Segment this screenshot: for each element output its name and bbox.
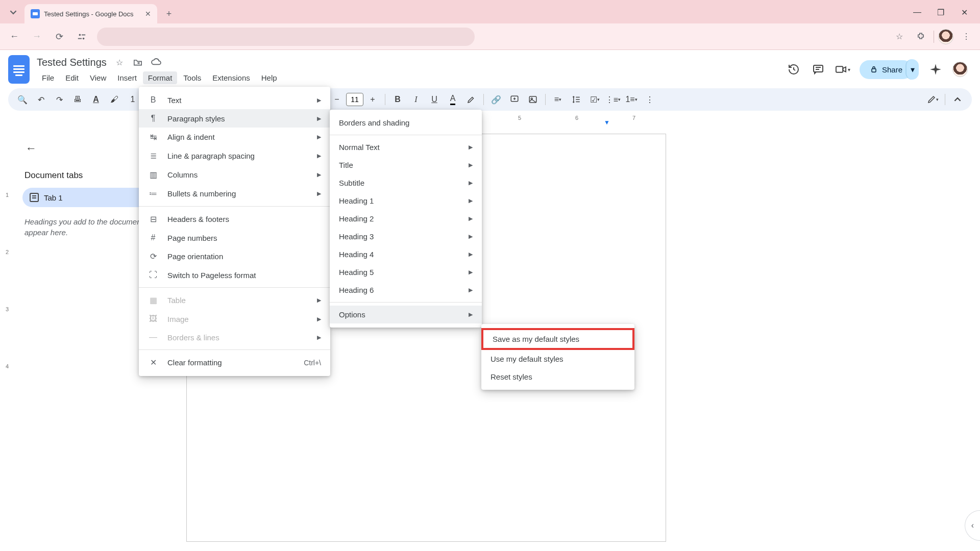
menu-item-heading-6[interactable]: Heading 6▶	[330, 281, 482, 299]
chrome-menu-button[interactable]: ⋮	[958, 28, 975, 45]
menu-item-align-indent[interactable]: ↹Align & indent▶	[139, 128, 330, 146]
share-button[interactable]: Share	[860, 60, 913, 79]
more-options-icon[interactable]: ⋮	[642, 91, 658, 108]
menu-format[interactable]: Format	[143, 71, 178, 84]
highlight-color-icon[interactable]	[463, 91, 479, 108]
collapse-toolbar-icon[interactable]	[949, 91, 966, 108]
move-icon[interactable]	[132, 57, 143, 68]
docs-logo-icon[interactable]	[8, 55, 30, 84]
submenu-arrow-icon: ▶	[317, 334, 321, 341]
menu-item-label: Borders & lines	[167, 333, 308, 342]
search-menus-icon[interactable]: 🔍	[14, 91, 31, 108]
add-comment-icon[interactable]	[506, 91, 523, 108]
reload-button[interactable]: ⟳	[50, 28, 68, 46]
menu-item-heading-2[interactable]: Heading 2▶	[330, 210, 482, 228]
menu-item-headers-footers[interactable]: ⊟Headers & footers	[139, 210, 330, 229]
meet-icon[interactable]: ▾	[835, 64, 850, 74]
line-spacing-icon[interactable]	[568, 91, 584, 108]
forward-button[interactable]: →	[28, 28, 46, 46]
menu-item-use-my-default-styles[interactable]: Use my default styles	[481, 350, 634, 368]
menu-item-line-paragraph-spacing[interactable]: ≣Line & paragraph spacing▶	[139, 146, 330, 165]
menu-item-label: Switch to Pageless format	[167, 271, 321, 280]
tab-close-button[interactable]: ✕	[145, 10, 151, 18]
italic-icon[interactable]: I	[408, 91, 424, 108]
text-color-icon[interactable]: A	[445, 91, 461, 108]
profile-avatar[interactable]	[938, 29, 953, 44]
bookmark-star-icon[interactable]: ☆	[891, 28, 908, 45]
window-close-button[interactable]: ✕	[952, 3, 976, 21]
ruler-indent-marker-icon[interactable]: ▼	[604, 119, 610, 126]
font-size-increase-button[interactable]: +	[364, 91, 381, 108]
menu-insert[interactable]: Insert	[112, 71, 142, 84]
menu-item-page-orientation[interactable]: ⟳Page orientation	[139, 247, 330, 266]
menu-item-borders-and-shading[interactable]: Borders and shading	[330, 114, 482, 132]
menu-item-subtitle[interactable]: Subtitle▶	[330, 174, 482, 192]
account-avatar[interactable]	[952, 62, 968, 77]
menu-item-heading-1[interactable]: Heading 1▶	[330, 192, 482, 210]
menu-item-title[interactable]: Title▶	[330, 156, 482, 174]
history-icon[interactable]	[786, 63, 801, 76]
print-icon[interactable]: 🖶	[69, 91, 86, 108]
menu-item-clear-formatting[interactable]: ✕Clear formattingCtrl+\	[139, 353, 330, 372]
menu-item-shortcut: Ctrl+\	[304, 359, 321, 367]
comments-icon[interactable]	[811, 63, 826, 76]
menu-item-save-as-my-default-styles[interactable]: Save as my default styles	[481, 328, 634, 350]
document-title[interactable]: Tested Settings	[37, 57, 107, 68]
menu-tools[interactable]: Tools	[178, 71, 206, 84]
submenu-arrow-icon: ▶	[469, 251, 473, 258]
vertical-ruler[interactable]: 1 2 3 4	[4, 131, 13, 551]
new-tab-button[interactable]: +	[161, 6, 177, 21]
menu-extensions[interactable]: Extensions	[207, 71, 255, 84]
menu-item-heading-4[interactable]: Heading 4▶	[330, 245, 482, 263]
menu-view[interactable]: View	[85, 71, 111, 84]
numbered-list-icon[interactable]: 1≡ ▾	[623, 91, 640, 108]
menu-item-paragraph-styles[interactable]: ¶Paragraph styles▶	[139, 109, 330, 128]
menu-separator	[330, 302, 482, 303]
extensions-icon[interactable]	[912, 28, 929, 45]
insert-link-icon[interactable]: 🔗	[488, 91, 504, 108]
browser-toolbar: ← → ⟳ ☆ ⋮	[0, 23, 980, 50]
address-bar[interactable]	[97, 28, 475, 46]
paint-format-icon[interactable]: 🖌	[106, 91, 122, 108]
tabs-dropdown-button[interactable]	[4, 3, 22, 21]
star-icon[interactable]: ☆	[114, 57, 125, 68]
menu-item-label: Paragraph styles	[167, 114, 308, 123]
browser-tab[interactable]: Tested Settings - Google Docs ✕	[24, 4, 157, 23]
site-settings-icon[interactable]	[72, 28, 91, 46]
checklist-icon[interactable]: ☑ ▾	[586, 91, 603, 108]
undo-icon[interactable]: ↶	[33, 91, 49, 108]
menu-file[interactable]: File	[37, 71, 59, 84]
menu-separator	[139, 287, 330, 288]
menu-item-columns[interactable]: ▥Columns▶	[139, 165, 330, 184]
menu-edit[interactable]: Edit	[60, 71, 84, 84]
menu-item-bullets-numbering[interactable]: ≔Bullets & numbering▶	[139, 184, 330, 203]
menu-item-heading-3[interactable]: Heading 3▶	[330, 228, 482, 245]
menu-item-switch-to-pageless-format[interactable]: ⛶Switch to Pageless format	[139, 266, 330, 284]
font-size-decrease-button[interactable]: −	[329, 91, 345, 108]
underline-icon[interactable]: U	[426, 91, 443, 108]
menu-item-options[interactable]: Options▶	[330, 306, 482, 323]
menu-item-page-numbers[interactable]: #Page numbers	[139, 229, 330, 247]
back-button[interactable]: ←	[5, 28, 23, 46]
window-maximize-button[interactable]: ❐	[929, 3, 952, 21]
redo-icon[interactable]: ↷	[51, 91, 67, 108]
font-size-input[interactable]	[346, 93, 363, 106]
show-side-panel-button[interactable]: ‹	[965, 510, 980, 541]
menu-item-normal-text[interactable]: Normal Text▶	[330, 138, 482, 156]
window-minimize-button[interactable]: —	[905, 3, 929, 21]
insert-image-icon[interactable]	[525, 91, 541, 108]
menu-help[interactable]: Help	[256, 71, 282, 84]
align-icon[interactable]: ≡ ▾	[550, 91, 566, 108]
menu-item-label: Use my default styles	[491, 355, 625, 363]
menu-item-reset-styles[interactable]: Reset styles	[481, 368, 634, 386]
spellcheck-icon[interactable]: A	[88, 91, 104, 108]
share-dropdown-button[interactable]: ▾	[905, 59, 919, 80]
cloud-status-icon[interactable]	[151, 57, 162, 68]
menu-item-heading-5[interactable]: Heading 5▶	[330, 263, 482, 281]
docs-favicon-icon	[31, 9, 40, 18]
gemini-icon[interactable]	[928, 63, 943, 76]
menu-item-text[interactable]: BText▶	[139, 91, 330, 109]
editing-mode-icon[interactable]: ▾	[924, 91, 941, 108]
bold-icon[interactable]: B	[389, 91, 406, 108]
bulleted-list-icon[interactable]: ⋮≡ ▾	[605, 91, 621, 108]
